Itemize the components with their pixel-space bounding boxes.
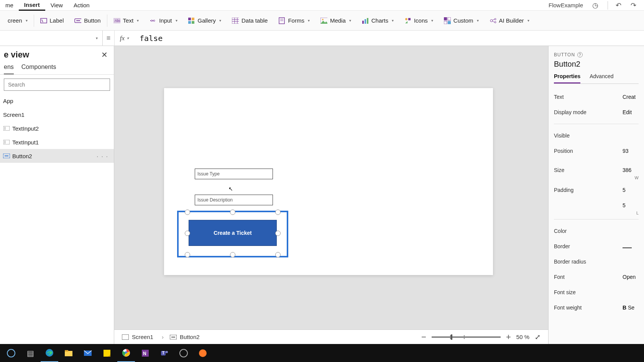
- custom-button[interactable]: Custom▾: [439, 11, 484, 31]
- button-button[interactable]: Button: [69, 11, 106, 31]
- prop-border-value[interactable]: [623, 243, 639, 249]
- menu-view[interactable]: View: [45, 0, 68, 11]
- resize-handle[interactable]: [275, 231, 281, 236]
- fx-button[interactable]: fx▾: [114, 31, 134, 46]
- edge-icon[interactable]: [41, 344, 58, 362]
- menu-action[interactable]: Action: [68, 0, 95, 11]
- app-orange-icon[interactable]: [194, 344, 212, 362]
- formula-input[interactable]: false: [134, 34, 644, 43]
- tree-item-textinput2[interactable]: TextInput2: [0, 121, 114, 135]
- resize-handle[interactable]: [230, 210, 235, 215]
- prop-font-label: Font: [554, 274, 623, 280]
- obs-icon[interactable]: [175, 344, 192, 362]
- zoom-slider[interactable]: [432, 336, 501, 338]
- resize-handle[interactable]: [185, 231, 190, 236]
- teams-icon[interactable]: T: [156, 344, 173, 362]
- prop-visible-label: Visible: [554, 133, 639, 139]
- prop-border-label: Border: [554, 243, 623, 249]
- resize-handle[interactable]: [185, 252, 190, 257]
- selection-box[interactable]: Create a Ticket: [177, 211, 288, 257]
- zoom-out-button[interactable]: −: [421, 332, 426, 342]
- file-explorer-icon[interactable]: [60, 344, 77, 362]
- svg-rect-44: [171, 337, 175, 337]
- canvas-button2[interactable]: Create a Ticket: [189, 220, 277, 246]
- control-name: Button2: [554, 60, 639, 69]
- forms-button[interactable]: Forms▾: [273, 11, 315, 31]
- svg-rect-12: [232, 18, 239, 24]
- menu-insert[interactable]: Insert: [19, 0, 45, 11]
- svg-point-21: [322, 19, 324, 20]
- sticky-notes-icon[interactable]: [98, 344, 116, 362]
- breadcrumb-control[interactable]: Button2: [170, 334, 200, 340]
- aibuilder-button[interactable]: AI Builder▾: [484, 11, 535, 31]
- input-icon: [150, 17, 156, 24]
- close-icon[interactable]: ✕: [101, 50, 108, 59]
- svg-text:Abc: Abc: [115, 19, 120, 23]
- tab-components[interactable]: Components: [21, 64, 56, 74]
- svg-rect-29: [444, 21, 447, 24]
- tree-search-input[interactable]: [4, 79, 110, 91]
- tree-title: e view: [4, 50, 29, 60]
- media-button[interactable]: Media▾: [315, 11, 356, 31]
- zoom-value: 50 %: [516, 334, 529, 340]
- prop-padding-left[interactable]: 5: [623, 202, 639, 208]
- tree-item-app[interactable]: App: [0, 94, 114, 108]
- icons-button[interactable]: Icons▾: [399, 11, 439, 31]
- prop-font-value[interactable]: Open: [623, 274, 639, 280]
- chrome-icon[interactable]: [117, 344, 135, 362]
- prop-fontweight-value[interactable]: B Se: [623, 305, 639, 311]
- chevron-down-icon: ▾: [137, 18, 139, 23]
- prop-displaymode-value[interactable]: Edit: [623, 109, 639, 115]
- resize-handle[interactable]: [230, 252, 235, 257]
- onenote-icon[interactable]: N: [136, 344, 154, 362]
- tree-item-screen1[interactable]: Screen1: [0, 108, 114, 121]
- redo-icon[interactable]: ↷: [631, 1, 636, 10]
- prop-padding-top[interactable]: 5: [623, 187, 639, 193]
- tab-properties[interactable]: Properties: [554, 73, 580, 84]
- svg-point-25: [405, 18, 407, 20]
- prop-padding-label: Padding: [554, 187, 623, 193]
- input-button[interactable]: Input▾: [144, 11, 182, 31]
- prop-text-value[interactable]: Creat: [623, 94, 639, 100]
- control-type-label: BUTTON: [554, 52, 575, 57]
- resize-handle[interactable]: [275, 252, 281, 257]
- fullscreen-icon[interactable]: ⤢: [535, 333, 540, 341]
- datatable-button[interactable]: Data table: [227, 11, 273, 31]
- canvas-textinput1[interactable]: Issue Description: [195, 195, 273, 205]
- cursor-icon: ↖: [228, 186, 233, 192]
- button-icon: [74, 17, 81, 24]
- menu-home[interactable]: me: [0, 0, 19, 11]
- zoom-in-button[interactable]: +: [506, 332, 511, 342]
- prop-size-label: Size: [554, 167, 623, 173]
- more-icon[interactable]: · · ·: [97, 153, 108, 159]
- svg-point-57: [199, 349, 207, 357]
- new-screen-button[interactable]: creen▾: [2, 11, 33, 31]
- chevron-down-icon: ▾: [349, 18, 351, 23]
- datatable-icon: [232, 17, 239, 24]
- svg-rect-41: [5, 156, 8, 156]
- task-view-icon[interactable]: ▤: [21, 344, 39, 362]
- canvas-area[interactable]: Issue Type Issue Description ↖ Create a …: [114, 46, 548, 344]
- property-dropdown[interactable]: ▾: [0, 31, 103, 46]
- canvas-textinput2[interactable]: Issue Type: [195, 169, 273, 179]
- undo-icon[interactable]: ↶: [608, 1, 621, 10]
- tab-screens[interactable]: ens: [4, 64, 14, 74]
- prop-position-value[interactable]: 93: [623, 148, 639, 154]
- resize-handle[interactable]: [275, 210, 281, 215]
- resize-handle[interactable]: [185, 210, 190, 215]
- canvas-screen1[interactable]: Issue Type Issue Description ↖ Create a …: [164, 88, 493, 275]
- environment-icon[interactable]: ◷: [592, 1, 598, 10]
- start-button[interactable]: [2, 344, 20, 362]
- text-button[interactable]: AbcText▾: [108, 11, 145, 31]
- tree-item-textinput1[interactable]: TextInput1: [0, 135, 114, 149]
- gallery-button[interactable]: Gallery▾: [183, 11, 227, 31]
- help-icon[interactable]: ?: [577, 52, 583, 57]
- tab-advanced[interactable]: Advanced: [590, 73, 613, 84]
- chevron-right-icon: ›: [162, 334, 164, 340]
- charts-button[interactable]: Charts▾: [356, 11, 399, 31]
- mail-icon[interactable]: [79, 344, 97, 362]
- breadcrumb-screen[interactable]: Screen1: [122, 334, 153, 340]
- tree-item-button2[interactable]: Button2· · ·: [0, 149, 114, 163]
- prop-size-value[interactable]: 386: [623, 167, 639, 173]
- label-button[interactable]: Label: [35, 11, 69, 31]
